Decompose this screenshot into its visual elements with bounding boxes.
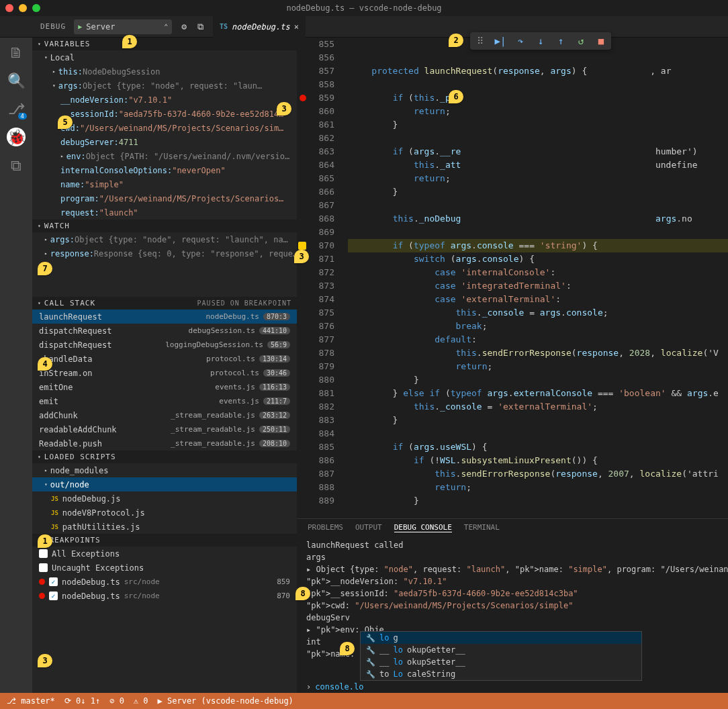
debug-config-name: Server [86,22,160,32]
checkbox-icon[interactable] [39,549,48,558]
panel-tab[interactable]: DEBUG CONSOLE [394,523,452,532]
annotation-callout: 7 [38,262,52,275]
suggest-widget[interactable]: 🔧log🔧__lookupGetter__🔧__lookupSetter__🔧t… [360,631,642,681]
scope-local[interactable]: ▾Local [32,50,297,64]
annotation-callout: 4 [38,357,52,371]
error-count[interactable]: ⊘ 0 [109,696,124,706]
js-file-icon: JS [51,495,58,502]
code-body[interactable]: protected launchRequest(response, args) … [348,38,728,518]
watch-row[interactable]: ▸args: Object {type: "node", request: "l… [32,232,297,246]
search-icon[interactable]: 🔍 [7,71,26,90]
debug-console-input[interactable]: ›console.lo [297,681,728,693]
loaded-script[interactable]: JSnodeV8Protocol.js [32,506,297,520]
explorer-icon[interactable]: 🗎 [7,43,26,62]
debug-target[interactable]: ▶ Server (vscode-node-debug) [158,696,293,706]
debug-config-selector[interactable]: ▶ Server ⌃ [74,19,172,34]
panel-tab[interactable]: PROBLEMS [308,523,343,532]
stack-frame[interactable]: emitOneevents.js116:13 [32,380,297,394]
watch-header[interactable]: ▾WATCH [32,220,297,232]
debug-panel-label: DEBUG [32,22,74,31]
stack-frame[interactable]: addChunk_stream_readable.js263:12 [32,408,297,422]
annotation-callout: 5 [58,115,73,129]
close-tab-icon[interactable]: × [294,22,299,32]
step-into-icon[interactable]: ↓ [535,35,547,47]
continue-icon[interactable]: ▶| [494,35,506,47]
editor-tab[interactable]: TS nodeDebug.ts × [213,16,306,38]
panel-tab[interactable]: OUTPUT [355,523,382,532]
step-over-icon[interactable]: ↷ [514,35,527,47]
suggest-item[interactable]: 🔧toLocaleString [361,668,641,680]
debug-header: DEBUG ▶ Server ⌃ ⚙ ⧉ TS nodeDebug.ts × [0,16,728,38]
suggest-item[interactable]: 🔧__lookupGetter__ [361,644,641,656]
annotation-callout: 8 [295,587,310,600]
annotation-callout: 1 [38,534,52,548]
start-debug-icon[interactable]: ▶ [78,23,82,30]
line-gutter[interactable]: 8558568578588598608618628638648658668678… [297,38,348,518]
loaded-script[interactable]: JSpathUtilities.js [32,520,297,534]
variable-row[interactable]: ▸this: NodeDebugSession [32,64,297,79]
suggest-item[interactable]: 🔧log [361,632,641,644]
checkbox-icon[interactable]: ✓ [49,577,58,586]
breakpoint-row[interactable]: ✓nodeDebug.tssrc/node859 [32,575,297,589]
breakpoints-header[interactable]: ▾BREAKPOINTS [32,534,297,547]
source-control-icon[interactable]: ⎇4 [7,99,26,118]
dropdown-icon[interactable]: ⌃ [164,23,168,30]
variable-row[interactable]: name: "simple" [32,177,297,191]
variable-row[interactable]: ▸env: Object {PATH: "/Users/weinand/.nvm… [32,149,297,163]
sync-status[interactable]: ⟳ 0↓ 1↑ [64,696,100,706]
panel-tabs: PROBLEMSOUTPUTDEBUG CONSOLETERMINAL [297,519,728,536]
method-icon: 🔧 [366,646,375,655]
step-out-icon[interactable]: ↑ [555,35,567,47]
variable-row[interactable]: request: "launch" [32,205,297,220]
chevron-right-icon: › [306,682,311,692]
loaded-scripts-header[interactable]: ▾LOADED SCRIPTS [32,451,297,463]
code-editor[interactable]: 8558568578588598608618628638648658668678… [297,38,728,518]
method-icon: 🔧 [366,634,375,643]
gear-icon[interactable]: ⚙ [181,21,187,32]
status-bar: ⎇ master* ⟳ 0↓ 1↑ ⊘ 0 ⚠ 0 ▶ Server (vsco… [0,693,728,709]
stack-frame[interactable]: dispatchRequestdebugSession.ts441:10 [32,324,297,338]
bp-uncaught-exceptions[interactable]: Uncaught Exceptions [32,561,297,575]
stack-frame[interactable]: readableAddChunk_stream_readable.js250:1… [32,422,297,436]
annotation-callout: 3 [294,250,309,263]
panel-tab[interactable]: TERMINAL [464,523,500,532]
stack-frame[interactable]: Readable.push_stream_readable.js208:10 [32,436,297,451]
debug-toolbar[interactable]: ⠿ ▶| ↷ ↓ ↑ ↺ ■ [470,32,611,50]
callstack-header[interactable]: ▾CALL STACKPAUSED ON BREAKPOINT [32,297,297,310]
annotation-callout: 3 [38,654,52,667]
debug-console-icon[interactable]: ⧉ [197,21,203,32]
method-icon: 🔧 [366,670,375,679]
stack-frame[interactable]: launchRequestnodeDebug.ts870:3 [32,310,297,324]
stop-icon[interactable]: ■ [595,35,607,47]
stack-frame[interactable]: _handleDataprotocol.ts130:14 [32,352,297,366]
debug-icon[interactable]: 🐞 [7,128,26,146]
annotation-callout: 3 [277,102,291,115]
variables-header[interactable]: ▾VARIABLES [32,38,297,50]
stack-frame[interactable]: dispatchRequestloggingDebugSession.ts56:… [32,338,297,352]
git-branch[interactable]: ⎇ master* [7,696,55,706]
extensions-icon[interactable]: ⧉ [7,156,26,175]
breakpoint-row[interactable]: ✓nodeDebug.tssrc/node870 [32,589,297,603]
variable-row[interactable]: debugServer: 4711 [32,135,297,149]
variable-row[interactable]: __nodeVersion: "v7.10.1" [32,93,297,107]
titlebar: nodeDebug.ts — vscode-node-debug [0,0,728,16]
watch-row[interactable]: ▸response: Response {seq: 0, type: "resp… [32,246,297,261]
variable-row[interactable]: program: "/Users/weinand/MS/Projects/Sce… [32,191,297,205]
js-file-icon: JS [51,510,58,516]
stack-frame[interactable]: emitevents.js211:7 [32,394,297,408]
bp-all-exceptions[interactable]: All Exceptions [32,547,297,561]
drag-handle-icon[interactable]: ⠿ [474,35,486,47]
variable-row[interactable]: internalConsoleOptions: "neverOpen" [32,163,297,177]
variable-row[interactable]: ▾args: Object {type: "node", request: "l… [32,79,297,93]
suggest-item[interactable]: 🔧__lookupSetter__ [361,656,641,668]
checkbox-icon[interactable] [39,563,48,572]
folder-node-modules[interactable]: ▸node_modules [32,463,297,477]
loaded-script[interactable]: JSnodeDebug.js [32,491,297,506]
folder-out-node[interactable]: ▾out/node [32,477,297,491]
warning-count[interactable]: ⚠ 0 [134,696,148,706]
checkbox-icon[interactable]: ✓ [49,592,58,600]
restart-icon[interactable]: ↺ [575,35,587,47]
breakpoint-icon [39,579,45,585]
annotation-callout: 6 [449,90,463,103]
stack-frame[interactable]: inStream.onprotocol.ts30:46 [32,366,297,380]
